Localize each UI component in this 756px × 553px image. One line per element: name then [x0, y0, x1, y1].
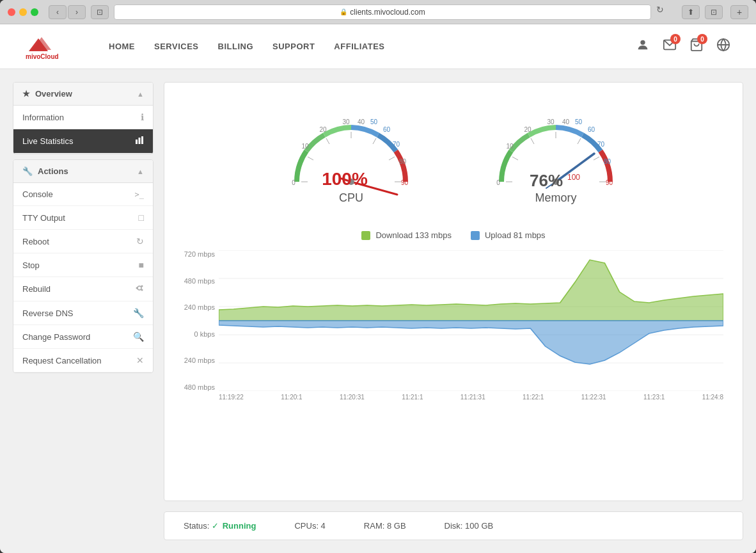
mail-icon[interactable]: 0	[663, 38, 677, 55]
svg-line-38	[531, 138, 534, 144]
x-label-2: 11:20:31	[340, 394, 365, 401]
main-panel: 0 10 20 30 40 50 60 70 80 90	[164, 82, 743, 501]
nav-billing[interactable]: BILLING	[218, 42, 254, 51]
request-cancellation-label: Request Cancellation	[22, 356, 102, 365]
ram-info: RAM: 8 GB	[364, 521, 406, 531]
overview-label: Overview	[35, 89, 72, 99]
back-button[interactable]: ‹	[49, 5, 67, 19]
minimize-button[interactable]	[19, 8, 27, 16]
actions-header[interactable]: 🔧 Actions ▲	[13, 160, 153, 183]
page-content: mivoCloud HOME SERVICES BILLING SUPPORT …	[0, 24, 756, 553]
cart-icon[interactable]: 0	[689, 38, 704, 55]
sidebar-item-reboot[interactable]: Reboot ↻	[13, 230, 153, 253]
x-label-1: 11:20:1	[281, 394, 302, 401]
svg-text:100: 100	[567, 173, 580, 182]
svg-text:70: 70	[597, 141, 605, 148]
user-icon[interactable]	[636, 38, 650, 55]
nav-links: HOME SERVICES BILLING SUPPORT AFFILIATES	[109, 42, 385, 51]
nav-services[interactable]: SERVICES	[154, 42, 199, 51]
share-button[interactable]: ⬆	[682, 5, 700, 19]
y-label-2: 240 mbps	[184, 303, 215, 311]
chart-svg	[219, 250, 723, 391]
upload-legend: Upload 81 mbps	[471, 230, 546, 240]
ram-info-label: RAM: 8 GB	[364, 521, 406, 531]
reboot-icon: ↻	[136, 236, 144, 246]
wrench-icon: 🔧	[22, 166, 33, 176]
y-label-1: 480 mbps	[184, 277, 215, 285]
nav-affiliates[interactable]: AFFILIATES	[334, 42, 384, 51]
sidebar-item-request-cancellation[interactable]: Request Cancellation ✕	[13, 349, 153, 373]
upload-label: Upload 81 mbps	[485, 230, 546, 240]
star-icon: ★	[22, 89, 30, 99]
y-label-0: 720 mbps	[184, 250, 215, 258]
globe-icon[interactable]	[716, 38, 730, 55]
url-text: clients.mivocloud.com	[350, 8, 425, 17]
download-legend: Download 133 mbps	[361, 230, 452, 240]
rebuild-icon	[135, 284, 144, 294]
sidebar-item-console[interactable]: Console >_	[13, 183, 153, 206]
svg-text:0: 0	[496, 179, 500, 186]
svg-rect-10	[141, 136, 143, 144]
svg-text:80: 80	[399, 158, 407, 165]
nav-support[interactable]: SUPPORT	[272, 42, 315, 51]
cpu-info: CPUs: 4	[294, 521, 325, 531]
lock-icon: 🔒	[340, 8, 347, 15]
address-bar[interactable]: 🔒 clients.mivocloud.com	[114, 4, 651, 20]
close-button[interactable]	[8, 8, 15, 16]
y-label-5: 480 mbps	[184, 383, 215, 391]
memory-gauge: 0 10 20 30 40 50 60 70 80 90	[492, 108, 620, 205]
svg-text:50: 50	[370, 118, 378, 125]
check-icon: ✓	[212, 521, 219, 531]
svg-text:10: 10	[301, 143, 309, 150]
live-statistics-label: Live Statistics	[22, 136, 73, 146]
reader-view-button[interactable]: ⊡	[91, 5, 109, 19]
sidebar-item-information[interactable]: Information ℹ	[13, 106, 153, 129]
cpu-label: CPU	[339, 191, 363, 205]
memory-label: Memory	[535, 191, 576, 205]
y-label-4: 240 mbps	[184, 357, 215, 364]
x-label-7: 11:23:1	[643, 394, 665, 401]
sidebar-item-change-password[interactable]: Change Password 🔍	[13, 325, 153, 349]
svg-text:70: 70	[393, 141, 400, 148]
stop-icon: ■	[139, 260, 144, 270]
svg-text:90: 90	[606, 179, 613, 186]
svg-line-20	[389, 157, 395, 160]
svg-line-17	[326, 138, 329, 144]
svg-text:76%: 76%	[530, 171, 563, 190]
svg-text:30: 30	[342, 118, 350, 125]
nav-home[interactable]: HOME	[109, 42, 135, 51]
sidebar-item-tty[interactable]: TTY Output □	[13, 206, 153, 230]
reload-button[interactable]: ↻	[656, 4, 672, 20]
overview-header[interactable]: ★ Overview ▲	[13, 83, 153, 106]
overview-arrow: ▲	[137, 90, 144, 98]
sidebar-item-live-statistics[interactable]: Live Statistics	[13, 129, 153, 154]
sidebar-item-reverse-dns[interactable]: Reverse DNS 🔧	[13, 301, 153, 325]
svg-line-41	[594, 157, 599, 160]
y-label-3: 0 kbps	[184, 330, 215, 338]
x-label-8: 11:24:8	[702, 394, 723, 401]
svg-rect-9	[139, 138, 141, 144]
x-label-0: 11:19:22	[219, 394, 244, 401]
forward-button[interactable]: ›	[68, 5, 86, 19]
download-label: Download 133 mbps	[375, 230, 452, 240]
cpu-gauge: 0 10 20 30 40 50 60 70 80 90	[287, 108, 415, 205]
fullscreen-button[interactable]	[31, 8, 38, 16]
svg-text:100%: 100%	[322, 169, 368, 189]
svg-text:90: 90	[401, 179, 409, 186]
svg-point-3	[640, 40, 645, 45]
chart-container: 720 mbps 480 mbps 240 mbps 0 kbps 240 mb…	[184, 250, 723, 391]
cancellation-icon: ✕	[136, 355, 144, 365]
sidebar-item-stop[interactable]: Stop ■	[13, 253, 153, 277]
main-layout: ★ Overview ▲ Information ℹ Live Statisti…	[0, 69, 756, 553]
logo[interactable]: mivoCloud	[26, 32, 70, 61]
svg-text:0: 0	[292, 179, 295, 186]
new-tab-button[interactable]: +	[730, 5, 748, 19]
svg-line-37	[512, 157, 518, 160]
svg-line-19	[373, 138, 376, 144]
x-axis-labels: 11:19:22 11:20:1 11:20:31 11:21:1 11:21:…	[219, 394, 723, 401]
sidebar-toggle[interactable]: ⊡	[705, 5, 723, 19]
sidebar-item-rebuild[interactable]: Rebuild	[13, 277, 153, 301]
rebuild-label: Rebuild	[22, 284, 51, 294]
tty-label: TTY Output	[22, 213, 65, 223]
console-label: Console	[22, 189, 53, 199]
